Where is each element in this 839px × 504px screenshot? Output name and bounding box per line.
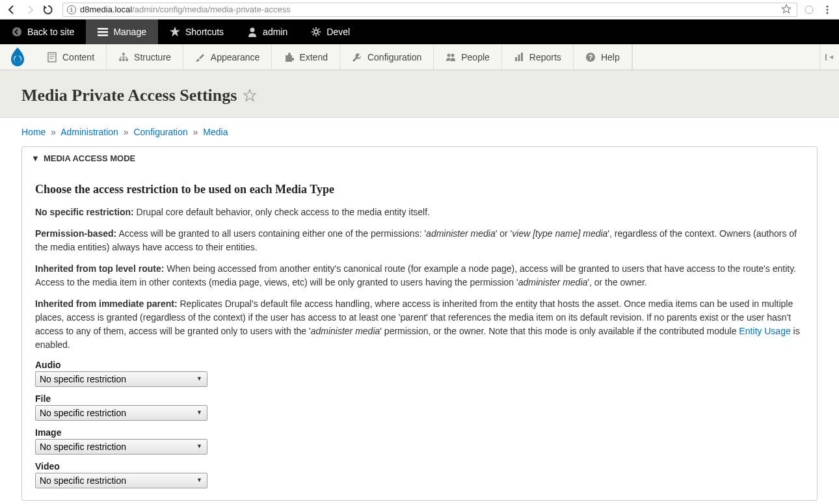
help-em: administer media — [518, 277, 588, 287]
help-inherited-parent: Inherited from immediate parent: Replica… — [35, 297, 804, 352]
help-text: Drupal core default behavior, only check… — [134, 207, 430, 217]
svg-text:?: ? — [589, 53, 593, 61]
nav-help-label: Help — [601, 52, 620, 62]
help-text: ', or the owner. — [587, 277, 646, 287]
back-circle-icon — [12, 27, 22, 37]
svg-point-2 — [827, 8, 829, 10]
nav-configuration[interactable]: Configuration — [340, 44, 434, 70]
nav-reports-label: Reports — [529, 52, 561, 62]
help-em: view [type name] media — [512, 228, 607, 239]
url-host: d8media.local — [80, 5, 132, 14]
help-em: administer media — [311, 326, 380, 336]
nav-people[interactable]: People — [434, 44, 502, 70]
page-title-text: Media Private Access Settings — [21, 86, 237, 105]
svg-point-15 — [126, 59, 128, 61]
bookmark-star-icon[interactable] — [781, 4, 793, 16]
info-icon: i — [67, 5, 76, 14]
file-select[interactable]: No specific restriction — [35, 405, 207, 421]
nav-content[interactable]: Content — [35, 44, 107, 70]
extend-icon — [284, 52, 294, 62]
favorite-star-icon[interactable] — [243, 89, 256, 102]
nav-help[interactable]: ? Help — [574, 44, 632, 70]
help-label: No specific restriction: — [35, 207, 134, 217]
caret-down-icon: ▼ — [31, 153, 40, 163]
shortcuts-button[interactable]: Shortcuts — [158, 20, 235, 44]
image-label: Image — [35, 427, 804, 438]
details-summary-text: Media access mode — [44, 153, 135, 163]
nav-structure-label: Structure — [134, 52, 171, 62]
breadcrumb-configuration[interactable]: Configuration — [133, 127, 187, 137]
svg-rect-7 — [98, 34, 108, 36]
hamburger-icon — [98, 27, 108, 37]
help-permission-based: Permission-based: Access will be granted… — [35, 227, 804, 254]
help-label: Inherited from top level route: — [35, 263, 164, 274]
help-icon: ? — [585, 52, 596, 62]
help-label: Inherited from immediate parent: — [35, 298, 178, 309]
nav-content-label: Content — [62, 52, 94, 62]
toolbar-back-label: Back to site — [27, 27, 74, 37]
svg-point-12 — [122, 53, 125, 55]
breadcrumb-administration[interactable]: Administration — [60, 127, 118, 137]
svg-rect-5 — [98, 28, 108, 30]
svg-point-4 — [12, 27, 21, 36]
svg-point-13 — [119, 59, 122, 61]
breadcrumb-home[interactable]: Home — [21, 127, 46, 137]
structure-icon — [118, 52, 129, 62]
form-item-file: File No specific restriction — [35, 393, 804, 421]
help-label: Permission-based: — [35, 228, 116, 239]
manage-button[interactable]: Manage — [86, 20, 158, 44]
image-select[interactable]: No specific restriction — [35, 439, 207, 455]
toolbar-shortcuts-label: Shortcuts — [185, 27, 224, 37]
star-icon — [170, 27, 180, 37]
page-title: Media Private Access Settings — [21, 86, 818, 105]
nav-structure[interactable]: Structure — [107, 44, 183, 70]
nav-appearance[interactable]: Appearance — [183, 44, 273, 70]
form-item-audio: Audio No specific restriction — [35, 360, 804, 387]
browser-back-button[interactable] — [5, 3, 18, 16]
extension-icon[interactable] — [803, 3, 816, 16]
form-item-image: Image No specific restriction — [35, 427, 804, 455]
content-wrapper: ▼ Media access mode Choose the access re… — [0, 146, 839, 504]
svg-rect-20 — [521, 53, 523, 61]
svg-point-17 — [451, 53, 455, 57]
breadcrumb-separator: » — [124, 127, 129, 137]
breadcrumb-separator: » — [51, 127, 56, 137]
breadcrumb-media[interactable]: Media — [203, 127, 228, 137]
browser-forward-button[interactable] — [23, 3, 36, 16]
back-to-site-button[interactable]: Back to site — [0, 20, 86, 44]
form-item-video: Video No specific restriction — [35, 461, 804, 488]
browser-refresh-button[interactable] — [42, 3, 55, 16]
nav-reports[interactable]: Reports — [502, 44, 574, 70]
section-heading: Choose the access restriction to be used… — [35, 183, 804, 196]
svg-point-14 — [122, 59, 125, 61]
nav-configuration-label: Configuration — [367, 52, 421, 62]
entity-usage-link[interactable]: Entity Usage — [739, 326, 790, 336]
secondary-nav: Content Structure Appearance Extend Conf… — [0, 44, 839, 70]
drupal-logo[interactable] — [0, 44, 35, 70]
help-em: administer media — [426, 228, 496, 239]
nav-extend-label: Extend — [299, 52, 328, 62]
video-select[interactable]: No specific restriction — [35, 473, 207, 488]
user-button[interactable]: admin — [235, 20, 299, 44]
browser-url-bar[interactable]: i d8media.local/admin/config/media/media… — [62, 3, 797, 17]
audio-select[interactable]: No specific restriction — [35, 371, 207, 387]
devel-button[interactable]: Devel — [299, 20, 362, 44]
nav-collapse-button[interactable] — [819, 44, 839, 70]
svg-point-3 — [827, 12, 829, 14]
details-summary[interactable]: ▼ Media access mode — [22, 147, 817, 170]
page-header: Media Private Access Settings — [0, 70, 839, 118]
help-inherited-route: Inherited from top level route: When bei… — [35, 262, 804, 289]
toolbar-manage-label: Manage — [113, 27, 146, 37]
user-icon — [247, 27, 258, 37]
browser-menu-button[interactable] — [821, 3, 834, 16]
nav-extend[interactable]: Extend — [272, 44, 340, 70]
reports-icon — [514, 52, 524, 62]
svg-rect-23 — [825, 54, 827, 60]
help-text: Access will be granted to all users cont… — [116, 228, 426, 239]
help-text: ' permission, or the owner. Note that th… — [380, 326, 739, 336]
svg-rect-6 — [98, 31, 108, 33]
svg-point-9 — [314, 30, 318, 34]
svg-rect-18 — [515, 57, 517, 61]
url-path: /admin/config/media/media-private-access — [132, 5, 291, 14]
media-access-mode-details: ▼ Media access mode Choose the access re… — [21, 146, 818, 501]
